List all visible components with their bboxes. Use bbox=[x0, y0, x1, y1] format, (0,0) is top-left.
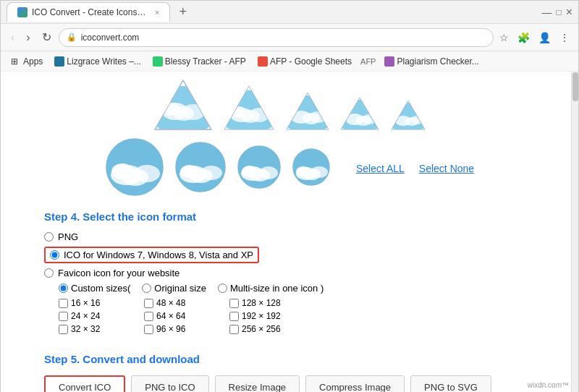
bookmark-afp-label: AFP - Google Sheets bbox=[270, 56, 352, 67]
triangle-icon-1[interactable] bbox=[153, 79, 213, 133]
close-button[interactable]: × bbox=[566, 6, 572, 19]
step4-title: Step 4. Select the icon format bbox=[44, 210, 535, 223]
radio-ico-input[interactable] bbox=[50, 250, 59, 260]
bookmark-star-button[interactable]: ☆ bbox=[496, 29, 512, 46]
circle-icon-3[interactable] bbox=[237, 145, 282, 192]
checkbox-24x24[interactable] bbox=[59, 312, 68, 321]
triangle-icon-row bbox=[153, 79, 426, 133]
button-row: Convert ICO PNG to ICO Resize Image Comp… bbox=[44, 375, 535, 392]
step5-title: Step 5. Convert and download bbox=[44, 353, 535, 365]
bookmark-blessy[interactable]: Blessy Tracker - AFP bbox=[150, 55, 249, 68]
multisize-label[interactable]: Multi-size in one icon ) bbox=[218, 283, 324, 294]
svg-point-47 bbox=[200, 166, 222, 180]
tab-title: ICO Convert - Create Icons From... bbox=[32, 7, 148, 17]
plag-icon bbox=[384, 56, 394, 67]
radio-multisize-input[interactable] bbox=[218, 284, 227, 293]
size-24x24[interactable]: 24 × 24 bbox=[59, 311, 138, 321]
radio-png-label: PNG bbox=[58, 231, 78, 242]
profile-button[interactable]: 👤 bbox=[536, 29, 554, 46]
svg-point-39 bbox=[134, 165, 160, 182]
circle-icon-4[interactable] bbox=[292, 148, 331, 189]
png-to-ico-button[interactable]: PNG to ICO bbox=[131, 375, 208, 392]
checkbox-16x16[interactable] bbox=[59, 299, 68, 308]
new-tab-button[interactable]: + bbox=[174, 4, 191, 20]
triangle-icon-4[interactable] bbox=[340, 96, 380, 133]
checkbox-64x64[interactable] bbox=[144, 312, 153, 321]
bookmarks-bar: ⊞ Apps Lizgrace Writes –... Blessy Track… bbox=[1, 51, 578, 72]
page-content: Select ALL Select None Step 4. Select th… bbox=[1, 72, 578, 392]
convert-ico-button[interactable]: Convert ICO bbox=[44, 375, 125, 392]
label-16x16: 16 × 16 bbox=[71, 298, 100, 308]
tab-close-button[interactable]: × bbox=[155, 8, 159, 17]
extensions-button[interactable]: 🧩 bbox=[515, 29, 533, 46]
checkbox-32x32[interactable] bbox=[59, 325, 68, 334]
triangle-icon-2[interactable] bbox=[223, 85, 275, 133]
size-64x64[interactable]: 64 × 64 bbox=[144, 311, 224, 321]
lock-icon: 🔒 bbox=[67, 33, 77, 42]
label-96x96: 96 × 96 bbox=[156, 324, 185, 334]
size-16x16[interactable]: 16 × 16 bbox=[59, 298, 138, 308]
svg-rect-28 bbox=[392, 103, 425, 129]
radio-ico-selected-box[interactable]: ICO for Windows 7, Windows 8, Vista and … bbox=[44, 247, 259, 263]
triangle-icon-5[interactable] bbox=[390, 99, 426, 133]
checkbox-128x128[interactable] bbox=[229, 299, 239, 308]
select-none-link[interactable]: Select None bbox=[419, 163, 474, 174]
radio-favicon-label: Favicon icon for your website bbox=[58, 268, 179, 278]
afp-icon bbox=[258, 56, 268, 67]
circle-icon-2[interactable] bbox=[174, 141, 227, 195]
title-bar: ICO Convert - Create Icons From... × + —… bbox=[1, 1, 578, 24]
blessy-icon bbox=[153, 56, 163, 67]
size-48x48[interactable]: 48 × 48 bbox=[144, 298, 224, 308]
checkbox-256x256[interactable] bbox=[229, 325, 239, 334]
checkbox-48x48[interactable] bbox=[144, 299, 153, 308]
checkbox-192x192[interactable] bbox=[229, 312, 239, 321]
compress-image-button[interactable]: Compress Image bbox=[305, 375, 405, 392]
checkbox-96x96[interactable] bbox=[144, 325, 153, 334]
svg-point-25 bbox=[362, 114, 376, 124]
original-size-label[interactable]: Original size bbox=[142, 283, 206, 294]
nav-actions: ☆ 🧩 👤 ⋮ bbox=[496, 29, 572, 46]
circle-icon-row: Select ALL Select None bbox=[105, 137, 474, 199]
menu-button[interactable]: ⋮ bbox=[557, 29, 572, 46]
triangle-icon-3[interactable] bbox=[285, 91, 330, 133]
resize-image-button[interactable]: Resize Image bbox=[215, 375, 300, 392]
bookmark-apps-label: Apps bbox=[23, 56, 43, 67]
radio-original-input[interactable] bbox=[142, 284, 151, 293]
bookmark-lizgrace[interactable]: Lizgrace Writes –... bbox=[51, 55, 143, 68]
wp-icon bbox=[54, 56, 64, 67]
minimize-button[interactable]: — bbox=[541, 7, 551, 18]
radio-png-input[interactable] bbox=[44, 232, 54, 242]
size-192x192[interactable]: 192 × 192 bbox=[229, 311, 309, 321]
address-bar[interactable]: 🔒 icoconvert.com bbox=[59, 28, 494, 47]
refresh-button[interactable]: ↻ bbox=[38, 27, 56, 47]
bookmark-afp[interactable]: AFP - Google Sheets bbox=[255, 55, 355, 68]
apps-icon: ⊞ bbox=[11, 56, 21, 67]
size-96x96[interactable]: 96 × 96 bbox=[144, 324, 224, 334]
browser-window: ICO Convert - Create Icons From... × + —… bbox=[0, 0, 579, 392]
size-256x256[interactable]: 256 × 256 bbox=[229, 324, 309, 334]
bookmark-lizgrace-label: Lizgrace Writes –... bbox=[67, 56, 140, 67]
svg-point-13 bbox=[249, 108, 269, 122]
size-32x32[interactable]: 32 × 32 bbox=[59, 324, 138, 334]
circle-icon-1[interactable] bbox=[105, 137, 164, 199]
png-to-svg-button[interactable]: PNG to SVG bbox=[410, 375, 491, 392]
size-128x128[interactable]: 128 × 128 bbox=[229, 298, 309, 308]
nav-bar: ‹ › ↻ 🔒 icoconvert.com ☆ 🧩 👤 ⋮ bbox=[1, 24, 578, 51]
custom-size-label[interactable]: Custom sizes( bbox=[59, 283, 130, 294]
select-all-link[interactable]: Select ALL bbox=[356, 163, 405, 174]
sizes-container: Custom sizes( Original size Multi-size i… bbox=[59, 283, 535, 334]
radio-custom-input[interactable] bbox=[59, 284, 68, 293]
bookmark-apps[interactable]: ⊞ Apps bbox=[8, 55, 46, 68]
label-24x24: 24 × 24 bbox=[71, 311, 100, 321]
forward-button[interactable]: › bbox=[22, 28, 34, 47]
radio-favicon[interactable]: Favicon icon for your website bbox=[44, 268, 535, 278]
scrollbar-track[interactable] bbox=[571, 72, 578, 392]
radio-png[interactable]: PNG bbox=[44, 231, 535, 242]
step4-section: Step 4. Select the icon format PNG ICO f… bbox=[44, 199, 535, 341]
back-button[interactable]: ‹ bbox=[7, 28, 19, 47]
active-tab[interactable]: ICO Convert - Create Icons From... × bbox=[7, 2, 170, 22]
radio-favicon-input[interactable] bbox=[44, 268, 54, 278]
bookmark-plagiarism[interactable]: Plagiarism Checker... bbox=[381, 55, 481, 68]
maximize-button[interactable]: □ bbox=[556, 7, 561, 17]
scrollbar-thumb[interactable] bbox=[572, 72, 578, 101]
